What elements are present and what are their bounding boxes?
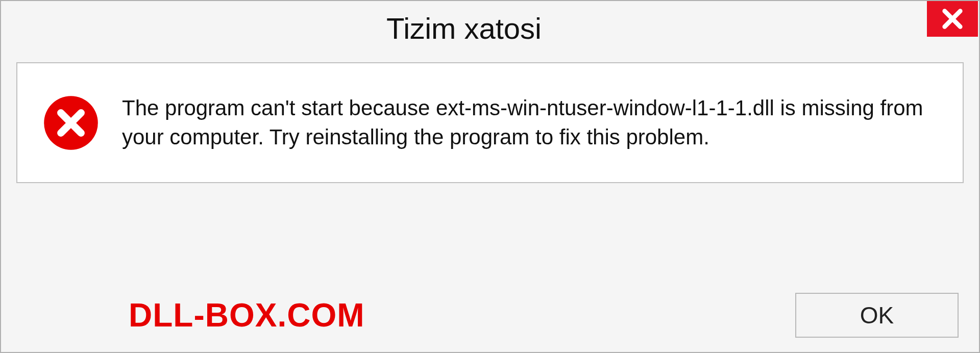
- error-message: The program can't start because ext-ms-w…: [122, 94, 937, 152]
- ok-button[interactable]: OK: [795, 293, 959, 338]
- footer: DLL-BOX.COM OK: [1, 293, 979, 338]
- brand-watermark: DLL-BOX.COM: [129, 296, 365, 334]
- error-icon: [43, 95, 99, 151]
- dialog-title: Tizim xatosi: [1, 7, 927, 45]
- titlebar: Tizim xatosi: [1, 1, 979, 57]
- close-button[interactable]: [927, 1, 978, 37]
- content-panel: The program can't start because ext-ms-w…: [16, 62, 964, 183]
- close-icon: [941, 7, 964, 31]
